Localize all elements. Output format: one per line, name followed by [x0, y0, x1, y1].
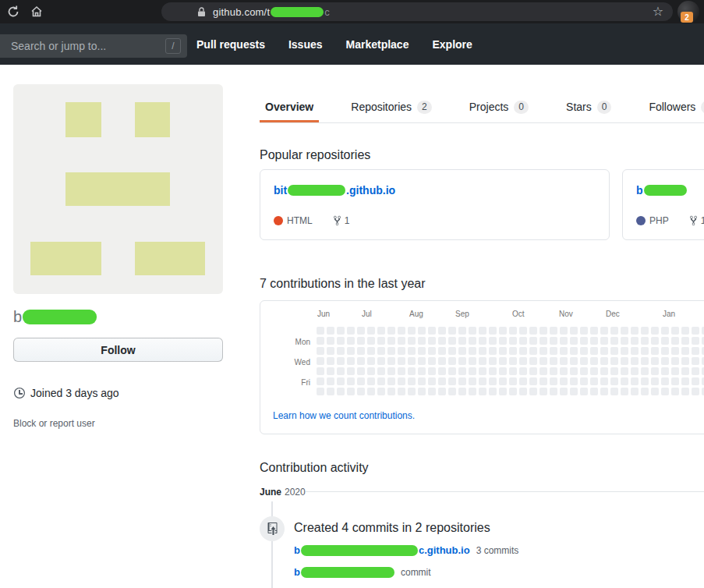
contribution-cell[interactable]	[570, 377, 578, 385]
contribution-cell[interactable]	[560, 327, 568, 335]
contribution-cell[interactable]	[580, 377, 588, 385]
contribution-cell[interactable]	[631, 377, 639, 385]
contribution-cell[interactable]	[550, 357, 557, 365]
contribution-cell[interactable]	[519, 347, 527, 355]
contribution-cell[interactable]	[499, 357, 507, 365]
contribution-cell[interactable]	[519, 367, 527, 375]
contribution-cell[interactable]	[357, 388, 365, 395]
contribution-cell[interactable]	[621, 388, 628, 395]
contribution-cell[interactable]	[560, 357, 568, 365]
contribution-cell[interactable]	[681, 388, 689, 395]
contribution-cell[interactable]	[347, 388, 355, 395]
contribution-cell[interactable]	[489, 367, 497, 375]
contribution-cell[interactable]	[651, 357, 659, 365]
contribution-cell[interactable]	[337, 327, 345, 335]
contribution-cell[interactable]	[428, 357, 436, 365]
contribution-cell[interactable]	[509, 367, 517, 375]
contribution-cell[interactable]	[387, 347, 395, 355]
contribution-cell[interactable]	[539, 347, 547, 355]
contribution-cell[interactable]	[458, 388, 466, 395]
contribution-cell[interactable]	[327, 327, 334, 335]
contribution-cell[interactable]	[347, 377, 355, 385]
contribution-cell[interactable]	[448, 347, 456, 355]
contribution-cell[interactable]	[661, 327, 669, 335]
contribution-cell[interactable]	[671, 347, 679, 355]
contribution-cell[interactable]	[661, 347, 669, 355]
contribution-cell[interactable]	[651, 327, 659, 335]
contribution-cell[interactable]	[610, 377, 618, 385]
contribution-cell[interactable]	[428, 327, 436, 335]
block-report-link[interactable]: Block or report user	[13, 418, 95, 429]
contribution-cell[interactable]	[610, 327, 618, 335]
contribution-cell[interactable]	[631, 367, 639, 375]
contribution-cell[interactable]	[580, 388, 588, 395]
contribution-cell[interactable]	[590, 388, 598, 395]
contribution-cell[interactable]	[651, 367, 659, 375]
contribution-cell[interactable]	[590, 327, 598, 335]
contribution-cell[interactable]	[600, 388, 608, 395]
contribution-cell[interactable]	[317, 327, 324, 335]
contribution-cell[interactable]	[529, 357, 537, 365]
contribution-cell[interactable]	[418, 347, 426, 355]
contribution-cell[interactable]	[347, 327, 355, 335]
contribution-cell[interactable]	[600, 357, 608, 365]
bookmark-star-icon[interactable]: ☆	[653, 3, 663, 20]
contribution-cell[interactable]	[580, 327, 588, 335]
contribution-cell[interactable]	[458, 357, 466, 365]
contribution-cell[interactable]	[448, 327, 456, 335]
contribution-cell[interactable]	[337, 337, 345, 345]
contribution-cell[interactable]	[550, 388, 557, 395]
contribution-cell[interactable]	[661, 367, 669, 375]
contribution-cell[interactable]	[692, 327, 699, 335]
contribution-cell[interactable]	[641, 377, 649, 385]
contribution-cell[interactable]	[631, 388, 639, 395]
contribution-cell[interactable]	[600, 337, 608, 345]
contribution-cell[interactable]	[590, 367, 598, 375]
contribution-cell[interactable]	[519, 388, 527, 395]
contribution-cell[interactable]	[692, 367, 699, 375]
contribution-cell[interactable]	[398, 327, 405, 335]
contribution-cell[interactable]	[661, 337, 669, 345]
contribution-cell[interactable]	[458, 367, 466, 375]
contribution-cell[interactable]	[479, 347, 486, 355]
contribution-cell[interactable]	[590, 347, 598, 355]
contribution-cell[interactable]	[539, 357, 547, 365]
contribution-cell[interactable]	[428, 377, 436, 385]
contribution-cell[interactable]	[550, 347, 557, 355]
contribution-cell[interactable]	[377, 337, 385, 345]
contribution-cell[interactable]	[448, 357, 456, 365]
contribution-cell[interactable]	[479, 327, 486, 335]
contribution-cell[interactable]	[357, 347, 365, 355]
contribution-cell[interactable]	[387, 337, 395, 345]
contribution-cell[interactable]	[479, 357, 486, 365]
contribution-cell[interactable]	[317, 337, 324, 345]
contribution-cell[interactable]	[509, 377, 517, 385]
contribution-cell[interactable]	[681, 347, 689, 355]
contribution-cell[interactable]	[367, 327, 375, 335]
contribution-cell[interactable]	[671, 337, 679, 345]
fork-count[interactable]: 1	[333, 215, 350, 226]
contribution-cell[interactable]	[560, 377, 568, 385]
user-avatar[interactable]	[13, 84, 223, 294]
contribution-cell[interactable]	[631, 347, 639, 355]
contribution-cell[interactable]	[631, 337, 639, 345]
contribution-cell[interactable]	[408, 347, 416, 355]
contribution-cell[interactable]	[458, 337, 466, 345]
home-icon[interactable]	[30, 5, 44, 19]
contribution-cell[interactable]	[469, 327, 476, 335]
contribution-cell[interactable]	[387, 388, 395, 395]
contribution-cell[interactable]	[438, 388, 446, 395]
nav-marketplace[interactable]: Marketplace	[346, 38, 409, 51]
contribution-cell[interactable]	[600, 367, 608, 375]
contribution-cell[interactable]	[580, 357, 588, 365]
contribution-cell[interactable]	[600, 377, 608, 385]
contribution-cell[interactable]	[692, 357, 699, 365]
tab-stars[interactable]: Stars 0	[561, 94, 617, 122]
search-input[interactable]	[9, 39, 153, 53]
contribution-cell[interactable]	[327, 388, 334, 395]
repo-link[interactable]: bit .github.io	[274, 184, 395, 197]
contribution-cell[interactable]	[570, 357, 578, 365]
tab-followers[interactable]: Followers 0	[643, 94, 704, 122]
contribution-cell[interactable]	[387, 357, 395, 365]
contribution-cell[interactable]	[438, 347, 446, 355]
